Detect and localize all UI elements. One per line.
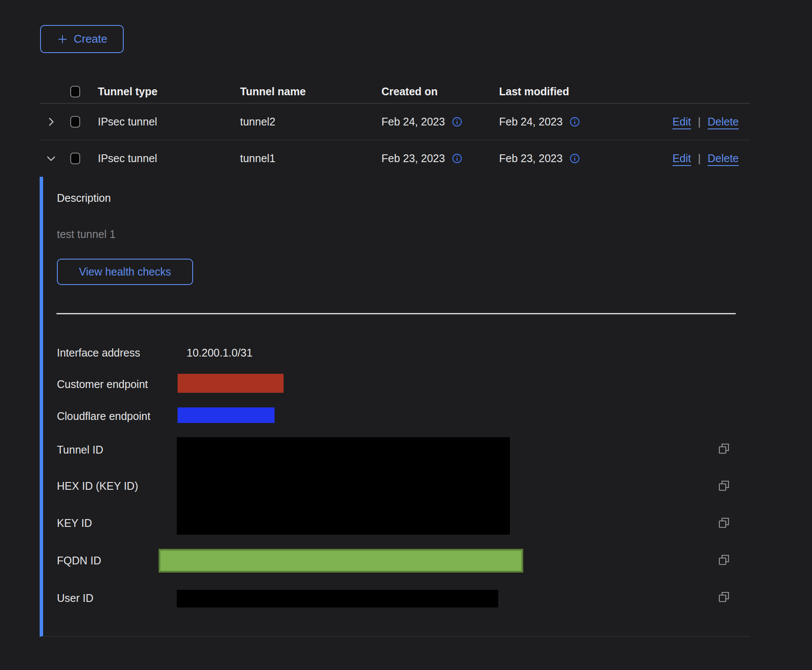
table-header-row: Tunnel type Tunnel name Created on Last …	[40, 80, 750, 103]
delete-link[interactable]: Delete	[708, 152, 739, 165]
copy-icon	[717, 590, 730, 603]
delete-link[interactable]: Delete	[708, 116, 739, 128]
info-circle-icon	[569, 153, 580, 164]
created-on-cell: Feb 24, 2023	[381, 116, 445, 128]
tunnel-detail-panel: Description test tunnel 1 View health ch…	[40, 177, 750, 637]
customer-endpoint-label: Customer endpoint	[57, 378, 148, 391]
chevron-down-icon	[45, 153, 57, 164]
created-info-button[interactable]	[452, 153, 462, 164]
key-id-label: KEY ID	[57, 517, 92, 529]
header-tunnel-type: Tunnel type	[98, 85, 240, 98]
description-value: test tunnel 1	[57, 228, 116, 241]
copy-hex-id-button[interactable]	[716, 478, 731, 493]
tunnel-type-cell: IPsec tunnel	[98, 152, 240, 165]
tunnel-name-cell: tunnel1	[240, 152, 381, 165]
interface-address-value: 10.200.1.0/31	[187, 346, 253, 359]
copy-icon	[717, 442, 730, 455]
interface-address-label: Interface address	[57, 346, 140, 359]
cloudflare-endpoint-label: Cloudflare endpoint	[57, 410, 150, 423]
header-tunnel-name: Tunnel name	[240, 85, 381, 98]
tunnel-table: Tunnel type Tunnel name Created on Last …	[40, 80, 750, 637]
user-id-redacted-value	[177, 590, 498, 607]
last-modified-cell: Feb 24, 2023	[499, 116, 562, 128]
copy-icon	[717, 553, 730, 566]
collapse-row-button[interactable]	[45, 153, 57, 164]
info-circle-icon	[452, 153, 462, 164]
row-checkbox[interactable]	[70, 153, 80, 164]
table-row: IPsec tunnel tunnel1 Feb 23, 2023 Feb 23…	[40, 140, 750, 177]
copy-tunnel-id-button[interactable]	[716, 441, 731, 456]
info-circle-icon	[452, 116, 462, 127]
modified-info-button[interactable]	[569, 116, 580, 127]
create-button-label: Create	[74, 32, 107, 46]
tunnel-ids-redacted-value	[177, 437, 510, 535]
action-separator: |	[698, 116, 701, 128]
copy-icon	[717, 479, 730, 492]
copy-fqdn-id-button[interactable]	[716, 552, 731, 567]
last-modified-cell: Feb 23, 2023	[499, 152, 562, 165]
table-row: IPsec tunnel tunnel2 Feb 24, 2023 Feb 24…	[40, 103, 750, 140]
info-circle-icon	[569, 116, 580, 127]
expand-row-button[interactable]	[45, 116, 57, 128]
chevron-right-icon	[45, 116, 57, 128]
copy-icon	[717, 516, 730, 529]
user-id-label: User ID	[57, 592, 94, 604]
header-created-on: Created on	[381, 85, 499, 98]
header-last-modified: Last modified	[499, 85, 664, 98]
action-separator: |	[698, 152, 701, 165]
row-checkbox[interactable]	[70, 116, 80, 128]
modified-info-button[interactable]	[569, 153, 580, 164]
create-button[interactable]: Create	[40, 25, 124, 53]
tunnel-name-cell: tunnel2	[240, 116, 381, 128]
tunnel-id-label: Tunnel ID	[57, 443, 103, 456]
copy-user-id-button[interactable]	[716, 589, 731, 604]
plus-icon	[56, 33, 69, 45]
hex-id-label: HEX ID (KEY ID)	[57, 479, 138, 492]
fqdn-id-label: FQDN ID	[57, 554, 101, 567]
tunnel-type-cell: IPsec tunnel	[98, 116, 240, 128]
fqdn-id-redacted-value	[159, 549, 523, 573]
created-info-button[interactable]	[452, 116, 462, 127]
select-all-checkbox[interactable]	[70, 86, 80, 97]
created-on-cell: Feb 23, 2023	[381, 152, 445, 165]
description-label: Description	[57, 191, 111, 204]
edit-link[interactable]: Edit	[672, 116, 691, 128]
section-divider	[56, 313, 736, 314]
edit-link[interactable]: Edit	[672, 152, 691, 165]
copy-key-id-button[interactable]	[716, 515, 731, 530]
customer-endpoint-redacted-value	[178, 374, 284, 393]
cloudflare-endpoint-redacted-value	[178, 407, 275, 423]
view-health-checks-button[interactable]: View health checks	[57, 259, 193, 285]
